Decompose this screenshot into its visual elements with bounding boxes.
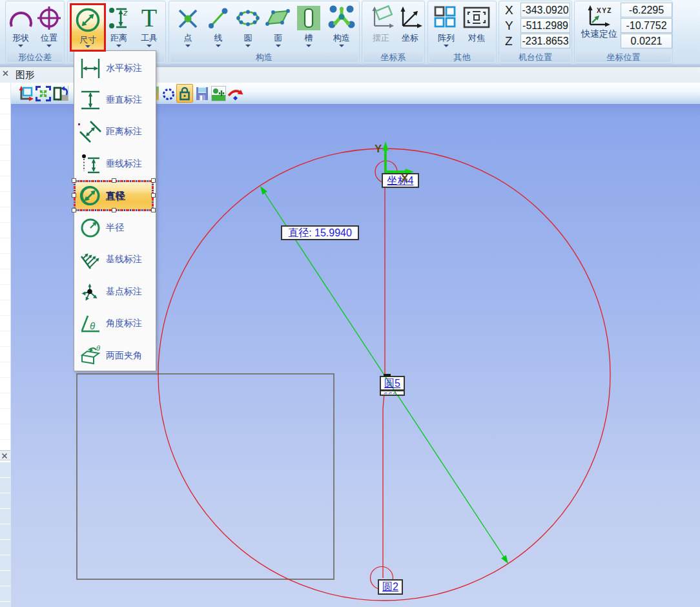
svg-text:θ: θ	[90, 320, 95, 331]
svg-text:Y: Y	[375, 143, 382, 155]
svg-text:θ: θ	[96, 345, 100, 352]
